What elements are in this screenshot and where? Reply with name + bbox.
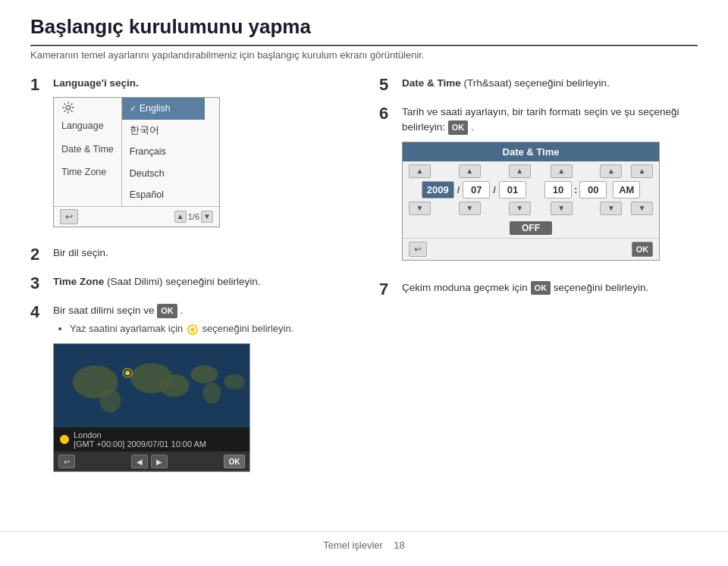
step-5: 5 Date & Time (Trh&saat) seçeneğini beli…: [379, 76, 698, 94]
timezone-ok-button[interactable]: OK: [224, 455, 245, 468]
step-4-prefix: Bir saat dilimi seçin ve: [53, 305, 157, 316]
off-badge[interactable]: OFF: [510, 221, 552, 235]
menu-item-deutsch[interactable]: Deutsch: [122, 163, 205, 185]
step-3-text: Time Zone (Saat Dilimi) seçeneğini belir…: [53, 274, 349, 289]
page-indicator: ▲ 1/6 ▼: [174, 211, 213, 223]
step-3-label: Time Zone: [53, 276, 104, 287]
step-2-number: 2: [30, 245, 49, 264]
page-next-button[interactable]: ▼: [201, 211, 213, 223]
step-1-text: Language'i seçin.: [53, 76, 349, 91]
sep2-spacer-dn: [484, 202, 506, 215]
page-prev-button[interactable]: ▲: [174, 211, 187, 223]
page-title: Başlangıç kurulumunu yapma: [30, 15, 698, 46]
step-7-text: Çekim moduna geçmek için OK seçeneğini b…: [402, 280, 698, 296]
timezone-gmt: [GMT +00:00] 2009/07/01 10:00 AM: [74, 439, 206, 449]
world-map-svg: [54, 344, 249, 427]
timezone-widget: London [GMT +00:00] 2009/07/01 10:00 AM …: [53, 343, 250, 472]
day-down-button[interactable]: ▼: [509, 202, 531, 215]
timezone-back-button[interactable]: ↩: [58, 455, 75, 468]
year-up-button[interactable]: ▲: [409, 164, 431, 178]
step-5-suffix: (Trh&saat) seçeneğini belirleyin.: [464, 77, 610, 89]
menu-item-english[interactable]: English: [122, 98, 205, 120]
timezone-info-bar: London [GMT +00:00] 2009/07/01 10:00 AM: [54, 427, 249, 452]
language-back-button[interactable]: ↩: [60, 209, 78, 224]
step-7-content: Çekim moduna geçmek için OK seçeneğini b…: [402, 280, 698, 296]
time-colon: :: [573, 184, 578, 195]
step-3-suffix: (Saat Dilimi) seçeneğini belirleyin.: [107, 276, 261, 287]
day-field[interactable]: 01: [499, 181, 526, 199]
step-4-bullet-1: Yaz saatini ayarlamak için seçeneğini be…: [70, 321, 349, 337]
day-up-button[interactable]: ▲: [509, 164, 531, 178]
date-sep2: /: [491, 184, 497, 195]
minute-down-button[interactable]: ▼: [600, 202, 622, 215]
datetime-up-arrows: ▲ ▲ ▲ ▲ ▲ ▲: [403, 161, 659, 180]
month-down-button[interactable]: ▼: [459, 202, 481, 215]
menu-item-korean[interactable]: 한국어: [122, 120, 205, 142]
footer-label: Temel işlevler: [323, 539, 383, 551]
step-6-text: Tarih ve saati ayarlayın, bir tarih form…: [402, 105, 698, 136]
step-6-content: Tarih ve saati ayarlayın, bir tarih form…: [402, 105, 698, 268]
svg-point-8: [224, 374, 245, 389]
right-column: 5 Date & Time (Trh&saat) seçeneğini beli…: [379, 76, 698, 490]
ampm-field[interactable]: AM: [613, 181, 640, 199]
content-columns: 1 Language'i seçin. Language: [30, 76, 698, 490]
gear-icon: [61, 101, 75, 114]
step-7-number: 7: [379, 280, 397, 299]
hour-down-button[interactable]: ▼: [551, 202, 573, 215]
step-7-ok-badge: OK: [531, 281, 551, 296]
step-7-prefix: Çekim moduna geçmek için: [402, 282, 531, 293]
timezone-city: London [GMT +00:00] 2009/07/01 10:00 AM: [74, 430, 206, 449]
timezone-next-button[interactable]: ▶: [151, 455, 168, 468]
step-7: 7 Çekim moduna geçmek için OK seçeneğini…: [379, 280, 698, 299]
footer-page: 18: [394, 539, 404, 551]
colon-spacer: [576, 164, 598, 178]
left-column: 1 Language'i seçin. Language: [30, 76, 349, 490]
menu-item-espanol[interactable]: Español: [122, 184, 205, 206]
date-sep1: /: [456, 184, 462, 195]
sep2-spacer: [484, 164, 506, 178]
datetime-back-button[interactable]: ↩: [409, 242, 427, 257]
step-4: 4 Bir saat dilimi seçin ve OK . Yaz saat…: [30, 303, 349, 480]
datetime-down-arrows: ▼ ▼ ▼ ▼ ▼ ▼: [403, 200, 659, 218]
timezone-map: [54, 344, 249, 427]
left-label-datetime: Date & Time: [61, 138, 114, 161]
step-3: 3 Time Zone (Saat Dilimi) seçeneğini bel…: [30, 274, 349, 292]
step-7-suffix: seçeneğini belirleyin.: [554, 282, 648, 293]
language-left-labels: Language Date & Time Time Zone: [54, 98, 121, 206]
month-field[interactable]: 07: [463, 181, 490, 199]
step-6-ok-badge: OK: [448, 120, 469, 135]
step-2-text: Bir dil seçin.: [53, 245, 349, 261]
step-2: 2 Bir dil seçin.: [30, 245, 349, 264]
minute-up-button[interactable]: ▲: [600, 164, 622, 178]
page-footer: Temel işlevler 18: [0, 531, 728, 551]
timezone-prev-button[interactable]: ◀: [131, 455, 148, 468]
page-number: 1/6: [188, 212, 199, 221]
datetime-title-bar: Date & Time: [403, 142, 659, 161]
datetime-ok-button[interactable]: OK: [632, 242, 653, 257]
hour-field[interactable]: 10: [544, 181, 572, 199]
step-4-bullets: Yaz saatini ayarlamak için seçeneğini be…: [62, 321, 349, 337]
menu-item-francais[interactable]: Français: [122, 141, 205, 163]
hour-up-button[interactable]: ▲: [551, 164, 573, 178]
step-4-period: .: [180, 305, 184, 316]
step-6: 6 Tarih ve saati ayarlayın, bir tarih fo…: [379, 105, 698, 268]
left-label-language: Language: [61, 114, 114, 138]
language-menu-row: Language Date & Time Time Zone English 한…: [54, 98, 219, 206]
year-down-button[interactable]: ▼: [409, 202, 431, 215]
colon-spacer-dn: [576, 202, 598, 215]
datetime-bottom-bar: ↩ OK: [403, 238, 659, 260]
minute-field[interactable]: 00: [579, 181, 607, 199]
step-3-content: Time Zone (Saat Dilimi) seçeneğini belir…: [53, 274, 349, 289]
month-up-button[interactable]: ▲: [459, 164, 481, 178]
step-6-period: .: [471, 121, 474, 133]
sep1-spacer-dn: [434, 202, 456, 215]
datetime-fields-row: 2009 / 07 / 01 10 : 00 AM: [403, 180, 659, 200]
step-4-number: 4: [30, 303, 49, 321]
step-6-prefix: Tarih ve saati ayarlayın, bir tarih form…: [402, 106, 679, 133]
ampm-up-button[interactable]: ▲: [631, 164, 653, 178]
ampm-down-button[interactable]: ▼: [631, 202, 653, 215]
datetime-off-row: OFF: [403, 218, 659, 238]
year-field[interactable]: 2009: [422, 181, 454, 199]
page-subtitle: Kameranın temel ayarlarını yapılandırabi…: [30, 49, 698, 61]
svg-point-6: [100, 389, 121, 413]
